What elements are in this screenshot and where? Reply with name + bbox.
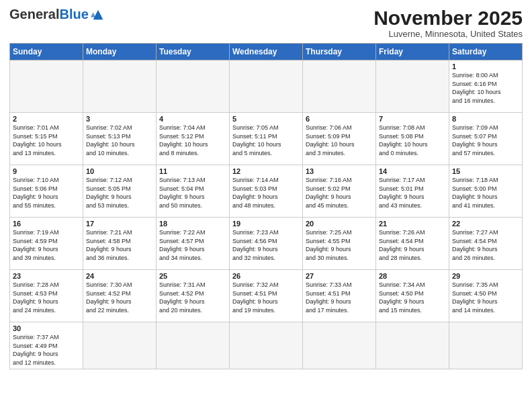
day-number: 11 — [159, 167, 226, 175]
day-info: Sunrise: 7:05 AM Sunset: 5:11 PM Dayligh… — [232, 124, 300, 157]
day-info: Sunrise: 7:31 AM Sunset: 4:52 PM Dayligh… — [159, 281, 226, 314]
table-row: 20Sunrise: 7:25 AM Sunset: 4:55 PM Dayli… — [303, 218, 376, 270]
table-row: 10Sunrise: 7:12 AM Sunset: 5:05 PM Dayli… — [83, 165, 157, 218]
table-row: 26Sunrise: 7:32 AM Sunset: 4:51 PM Dayli… — [230, 270, 303, 322]
table-row: 19Sunrise: 7:23 AM Sunset: 4:56 PM Dayli… — [230, 218, 303, 270]
day-info: Sunrise: 7:26 AM Sunset: 4:54 PM Dayligh… — [379, 228, 446, 262]
table-row — [376, 60, 449, 113]
page: General Blue November 2025 Luverne, Minn… — [0, 0, 532, 411]
table-row: 29Sunrise: 7:35 AM Sunset: 4:50 PM Dayli… — [449, 270, 523, 322]
day-info: Sunrise: 7:16 AM Sunset: 5:02 PM Dayligh… — [306, 176, 373, 210]
day-number: 13 — [306, 167, 373, 175]
logo: General Blue — [9, 7, 105, 22]
day-info: Sunrise: 7:32 AM Sunset: 4:51 PM Dayligh… — [232, 281, 300, 314]
table-row: 18Sunrise: 7:22 AM Sunset: 4:57 PM Dayli… — [157, 218, 230, 270]
day-number: 30 — [13, 324, 80, 332]
table-row: 16Sunrise: 7:19 AM Sunset: 4:59 PM Dayli… — [10, 218, 83, 270]
table-row — [303, 60, 376, 113]
day-number: 7 — [379, 115, 446, 123]
day-info: Sunrise: 7:22 AM Sunset: 4:57 PM Dayligh… — [159, 228, 226, 262]
table-row — [157, 60, 230, 113]
day-info: Sunrise: 7:34 AM Sunset: 4:50 PM Dayligh… — [379, 281, 446, 314]
col-friday: Friday — [376, 44, 449, 60]
table-row: 2Sunrise: 7:01 AM Sunset: 5:15 PM Daylig… — [10, 113, 83, 165]
table-row: 30Sunrise: 7:37 AM Sunset: 4:49 PM Dayli… — [10, 322, 83, 369]
table-row: 4Sunrise: 7:04 AM Sunset: 5:12 PM Daylig… — [157, 113, 230, 165]
day-info: Sunrise: 7:21 AM Sunset: 4:58 PM Dayligh… — [86, 228, 153, 262]
day-number: 25 — [159, 272, 226, 280]
table-row — [449, 322, 523, 369]
day-number: 4 — [159, 115, 226, 123]
day-number: 17 — [86, 220, 153, 228]
col-saturday: Saturday — [449, 44, 523, 60]
table-row: 27Sunrise: 7:33 AM Sunset: 4:51 PM Dayli… — [303, 270, 376, 322]
day-info: Sunrise: 7:10 AM Sunset: 5:06 PM Dayligh… — [13, 176, 80, 210]
day-info: Sunrise: 7:18 AM Sunset: 5:00 PM Dayligh… — [452, 176, 519, 210]
location: Luverne, Minnesota, United States — [373, 29, 523, 39]
table-row — [230, 322, 303, 369]
logo-general-text: General — [9, 7, 59, 22]
table-row: 5Sunrise: 7:05 AM Sunset: 5:11 PM Daylig… — [230, 113, 303, 165]
col-thursday: Thursday — [303, 44, 376, 60]
table-row: 28Sunrise: 7:34 AM Sunset: 4:50 PM Dayli… — [376, 270, 449, 322]
day-info: Sunrise: 7:06 AM Sunset: 5:09 PM Dayligh… — [306, 124, 373, 157]
table-row: 22Sunrise: 7:27 AM Sunset: 4:54 PM Dayli… — [449, 218, 523, 270]
day-number: 14 — [379, 167, 446, 175]
day-info: Sunrise: 7:02 AM Sunset: 5:13 PM Dayligh… — [86, 124, 153, 157]
logo-icon — [91, 7, 105, 22]
day-number: 19 — [232, 220, 300, 228]
header: General Blue November 2025 Luverne, Minn… — [9, 7, 523, 39]
month-title: November 2025 — [373, 7, 523, 29]
day-info: Sunrise: 7:35 AM Sunset: 4:50 PM Dayligh… — [452, 281, 519, 314]
table-row — [303, 322, 376, 369]
col-tuesday: Tuesday — [157, 44, 230, 60]
table-row: 7Sunrise: 7:08 AM Sunset: 5:08 PM Daylig… — [376, 113, 449, 165]
day-info: Sunrise: 7:08 AM Sunset: 5:08 PM Dayligh… — [379, 124, 446, 157]
day-number: 27 — [306, 272, 373, 280]
day-number: 1 — [452, 62, 519, 71]
day-number: 18 — [159, 220, 226, 228]
day-info: Sunrise: 7:19 AM Sunset: 4:59 PM Dayligh… — [13, 228, 80, 262]
svg-marker-1 — [91, 12, 95, 17]
day-info: Sunrise: 7:17 AM Sunset: 5:01 PM Dayligh… — [379, 176, 446, 210]
table-row: 25Sunrise: 7:31 AM Sunset: 4:52 PM Dayli… — [157, 270, 230, 322]
table-row — [376, 322, 449, 369]
col-wednesday: Wednesday — [230, 44, 303, 60]
day-info: Sunrise: 7:09 AM Sunset: 5:07 PM Dayligh… — [452, 124, 519, 157]
table-row — [83, 322, 157, 369]
calendar: Sunday Monday Tuesday Wednesday Thursday… — [9, 43, 523, 369]
day-number: 28 — [379, 272, 446, 280]
day-number: 23 — [13, 272, 80, 280]
day-info: Sunrise: 7:23 AM Sunset: 4:56 PM Dayligh… — [232, 228, 300, 262]
day-number: 21 — [379, 220, 446, 228]
day-number: 29 — [452, 272, 519, 280]
day-number: 24 — [86, 272, 153, 280]
table-row: 11Sunrise: 7:13 AM Sunset: 5:04 PM Dayli… — [157, 165, 230, 218]
table-row: 15Sunrise: 7:18 AM Sunset: 5:00 PM Dayli… — [449, 165, 523, 218]
day-info: Sunrise: 7:28 AM Sunset: 4:53 PM Dayligh… — [13, 281, 80, 314]
day-info: Sunrise: 7:01 AM Sunset: 5:15 PM Dayligh… — [13, 124, 80, 157]
day-number: 16 — [13, 220, 80, 228]
col-monday: Monday — [83, 44, 157, 60]
table-row — [230, 60, 303, 113]
day-info: Sunrise: 7:37 AM Sunset: 4:49 PM Dayligh… — [13, 333, 80, 367]
day-info: Sunrise: 7:12 AM Sunset: 5:05 PM Dayligh… — [86, 176, 153, 210]
table-row: 9Sunrise: 7:10 AM Sunset: 5:06 PM Daylig… — [10, 165, 83, 218]
day-number: 6 — [306, 115, 373, 123]
day-number: 3 — [86, 115, 153, 123]
logo-blue-text: Blue — [59, 7, 88, 22]
day-number: 26 — [232, 272, 300, 280]
table-row: 12Sunrise: 7:14 AM Sunset: 5:03 PM Dayli… — [230, 165, 303, 218]
day-number: 9 — [13, 167, 80, 175]
table-row: 8Sunrise: 7:09 AM Sunset: 5:07 PM Daylig… — [449, 113, 523, 165]
day-info: Sunrise: 7:33 AM Sunset: 4:51 PM Dayligh… — [306, 281, 373, 314]
day-number: 20 — [306, 220, 373, 228]
day-number: 8 — [452, 115, 519, 123]
day-number: 10 — [86, 167, 153, 175]
table-row: 23Sunrise: 7:28 AM Sunset: 4:53 PM Dayli… — [10, 270, 83, 322]
col-sunday: Sunday — [10, 44, 83, 60]
table-row — [157, 322, 230, 369]
calendar-header-row: Sunday Monday Tuesday Wednesday Thursday… — [10, 44, 523, 60]
table-row: 24Sunrise: 7:30 AM Sunset: 4:52 PM Dayli… — [83, 270, 157, 322]
table-row: 21Sunrise: 7:26 AM Sunset: 4:54 PM Dayli… — [376, 218, 449, 270]
